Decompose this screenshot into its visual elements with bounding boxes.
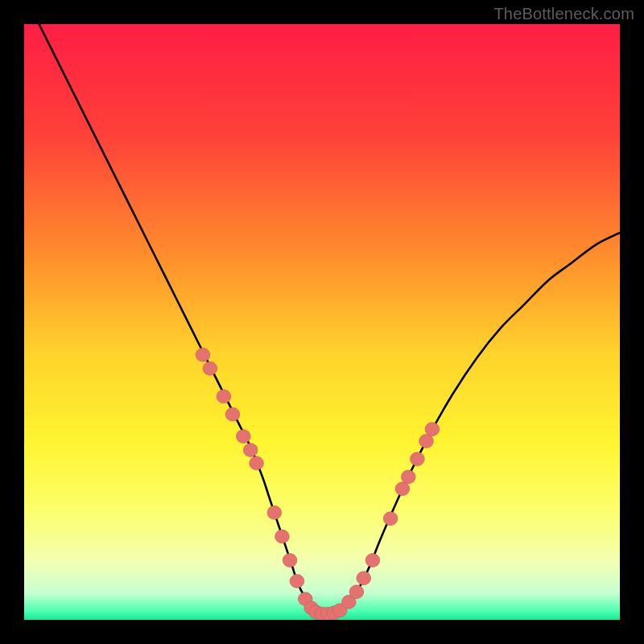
data-marker	[236, 430, 250, 444]
data-marker	[203, 361, 217, 375]
data-marker	[383, 512, 398, 526]
data-marker	[349, 585, 364, 599]
data-marker	[419, 435, 434, 448]
data-marker	[411, 452, 425, 466]
data-marker	[283, 554, 297, 568]
chart-stage: TheBottleneck.com	[0, 0, 644, 644]
data-marker	[365, 554, 380, 568]
data-marker	[196, 348, 210, 361]
data-marker	[225, 407, 240, 421]
data-marker	[250, 456, 264, 470]
data-marker	[243, 444, 258, 457]
data-marker	[401, 470, 415, 484]
data-marker	[275, 530, 290, 543]
data-marker	[217, 390, 231, 403]
gradient-background	[24, 24, 620, 620]
data-marker	[290, 574, 304, 588]
data-marker	[357, 572, 371, 585]
watermark: TheBottleneck.com	[493, 5, 634, 23]
data-marker	[267, 506, 282, 519]
data-marker	[425, 423, 440, 436]
chart-svg	[24, 24, 620, 620]
plot-area	[24, 24, 620, 620]
data-marker	[395, 482, 410, 496]
